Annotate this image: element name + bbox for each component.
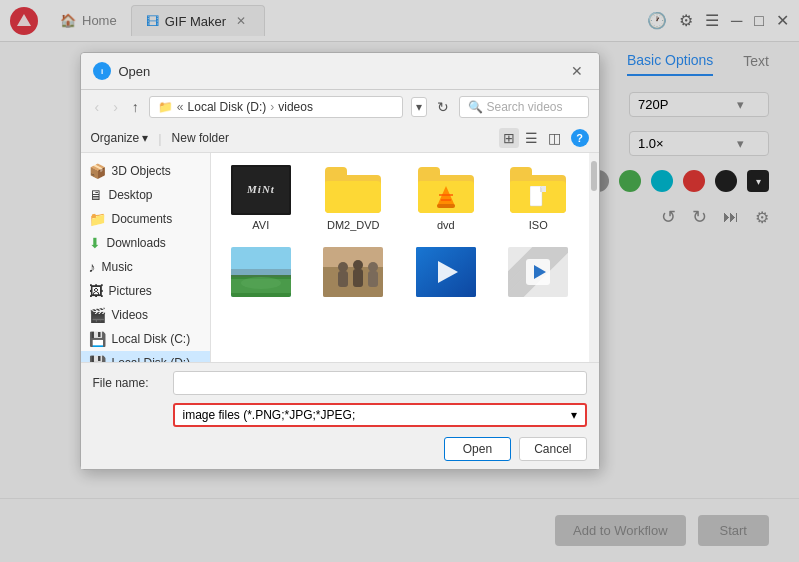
dialog-sidebar: 📦 3D Objects 🖥 Desktop 📁 Documents ⬇ Dow…	[81, 153, 211, 362]
path-dropdown-button[interactable]: ▾	[411, 97, 427, 117]
organize-button[interactable]: Organize ▾	[91, 131, 149, 145]
preview-view-button[interactable]: ◫	[544, 128, 565, 148]
cancel-button[interactable]: Cancel	[519, 437, 586, 461]
avi-preview: MiNt	[231, 165, 291, 215]
sidebar-label-music: Music	[102, 260, 133, 274]
path-videos: videos	[278, 100, 313, 114]
organize-chevron: ▾	[142, 131, 148, 145]
sidebar-item-music[interactable]: ♪ Music	[81, 255, 210, 279]
back-button[interactable]: ‹	[91, 97, 104, 117]
music-icon: ♪	[89, 259, 96, 275]
detail-view-button[interactable]: ☰	[521, 128, 542, 148]
svg-rect-12	[542, 186, 546, 192]
file-item-blue-play[interactable]	[404, 243, 489, 305]
filetype-chevron: ▾	[571, 408, 577, 422]
filename-row: File name:	[93, 371, 587, 395]
open-button[interactable]: Open	[444, 437, 511, 461]
sidebar-item-documents[interactable]: 📁 Documents	[81, 207, 210, 231]
dialog-title: Open	[119, 64, 567, 79]
svg-point-20	[338, 262, 348, 272]
sidebar-item-pictures[interactable]: 🖼 Pictures	[81, 279, 210, 303]
search-box[interactable]: 🔍 Search videos	[459, 96, 589, 118]
path-local-disk: Local Disk (D:)	[188, 100, 267, 114]
help-button[interactable]: ?	[571, 129, 589, 147]
file-item-stadium[interactable]	[219, 243, 304, 305]
svg-point-22	[353, 260, 363, 270]
sidebar-item-local-c[interactable]: 💾 Local Disk (C:)	[81, 327, 210, 351]
path-separator: ›	[270, 100, 274, 114]
dialog-action-row: Open Cancel	[93, 437, 587, 461]
sidebar-label-local-d: Local Disk (D:)	[112, 356, 191, 362]
svg-point-24	[368, 262, 378, 272]
svg-rect-7	[437, 204, 455, 208]
sidebar-label-pictures: Pictures	[109, 284, 152, 298]
sidebar-label-local-c: Local Disk (C:)	[112, 332, 191, 346]
file-thumb-dvd	[416, 165, 476, 215]
file-name-iso: ISO	[529, 219, 548, 231]
sidebar-item-desktop[interactable]: 🖥 Desktop	[81, 183, 210, 207]
sidebar-item-local-d[interactable]: 💾 Local Disk (D:)	[81, 351, 210, 362]
new-folder-button[interactable]: New folder	[172, 131, 229, 145]
pictures-icon: 🖼	[89, 283, 103, 299]
downloads-icon: ⬇	[89, 235, 101, 251]
grid-view-button[interactable]: ⊞	[499, 128, 519, 148]
dialog-close-button[interactable]: ✕	[567, 61, 587, 81]
file-thumb-persons	[323, 247, 383, 297]
local-c-icon: 💾	[89, 331, 106, 347]
dialog-nav-toolbar: ‹ › ↑ 📁 « Local Disk (D:) › videos ▾ ↻ 🔍…	[81, 90, 599, 124]
file-name-dvd: dvd	[437, 219, 455, 231]
sidebar-label-desktop: Desktop	[109, 188, 153, 202]
file-thumb-avi: MiNt	[231, 165, 291, 215]
sidebar-label-documents: Documents	[112, 212, 173, 226]
refresh-button[interactable]: ↻	[433, 97, 453, 117]
3d-objects-icon: 📦	[89, 163, 106, 179]
file-name-avi: AVI	[252, 219, 269, 231]
file-thumb-stripes	[508, 247, 568, 297]
svg-rect-16	[231, 269, 291, 277]
file-item-iso[interactable]: ISO	[496, 161, 581, 235]
filename-label: File name:	[93, 376, 165, 390]
svg-rect-9	[441, 199, 451, 201]
dialog-toolbar2: Organize ▾ | New folder ⊞ ☰ ◫ ?	[81, 124, 599, 152]
dialog-overlay: i Open ✕ ‹ › ↑ 📁 « Local Disk (D:) › vid…	[0, 0, 799, 562]
toolbar-separator: |	[158, 131, 161, 146]
svg-text:MiNt: MiNt	[246, 183, 275, 195]
search-icon: 🔍	[468, 100, 483, 114]
svg-rect-21	[338, 271, 348, 287]
dialog-footer: File name: image files (*.PNG;*JPG;*JPEG…	[81, 362, 599, 469]
file-thumb-stadium	[231, 247, 291, 297]
sidebar-label-videos: Videos	[112, 308, 148, 322]
filename-input[interactable]	[173, 371, 587, 395]
file-item-dm2-dvd[interactable]: DM2_DVD	[311, 161, 396, 235]
file-grid: MiNt AVI DM2_DVD	[211, 153, 589, 362]
sidebar-label-downloads: Downloads	[107, 236, 166, 250]
svg-text:i: i	[100, 67, 102, 76]
svg-rect-25	[368, 271, 378, 287]
open-file-dialog: i Open ✕ ‹ › ↑ 📁 « Local Disk (D:) › vid…	[80, 52, 600, 470]
file-thumb-dm2-dvd	[323, 165, 383, 215]
svg-rect-23	[353, 269, 363, 287]
up-button[interactable]: ↑	[128, 97, 143, 117]
forward-button[interactable]: ›	[109, 97, 122, 117]
path-bar[interactable]: 📁 « Local Disk (D:) › videos	[149, 96, 403, 118]
sidebar-item-3d-objects[interactable]: 📦 3D Objects	[81, 159, 210, 183]
sidebar-label-3d-objects: 3D Objects	[112, 164, 171, 178]
file-item-persons[interactable]	[311, 243, 396, 305]
file-item-dvd[interactable]: dvd	[404, 161, 489, 235]
sidebar-item-videos[interactable]: 🎬 Videos	[81, 303, 210, 327]
file-item-avi[interactable]: MiNt AVI	[219, 161, 304, 235]
filetype-value: image files (*.PNG;*JPG;*JPEG;	[183, 408, 356, 422]
file-item-stripes[interactable]	[496, 243, 581, 305]
sidebar-item-downloads[interactable]: ⬇ Downloads	[81, 231, 210, 255]
search-placeholder: Search videos	[487, 100, 563, 114]
local-d-icon: 💾	[89, 355, 106, 362]
filetype-select[interactable]: image files (*.PNG;*JPG;*JPEG; ▾	[173, 403, 587, 427]
documents-icon: 📁	[89, 211, 106, 227]
file-thumb-blue-play	[416, 247, 476, 297]
svg-rect-8	[439, 194, 453, 196]
dialog-title-icon: i	[93, 62, 111, 80]
grid-scrollbar[interactable]	[589, 153, 599, 362]
dialog-titlebar: i Open ✕	[81, 53, 599, 90]
desktop-icon: 🖥	[89, 187, 103, 203]
folder-icon: 📁	[158, 100, 173, 114]
